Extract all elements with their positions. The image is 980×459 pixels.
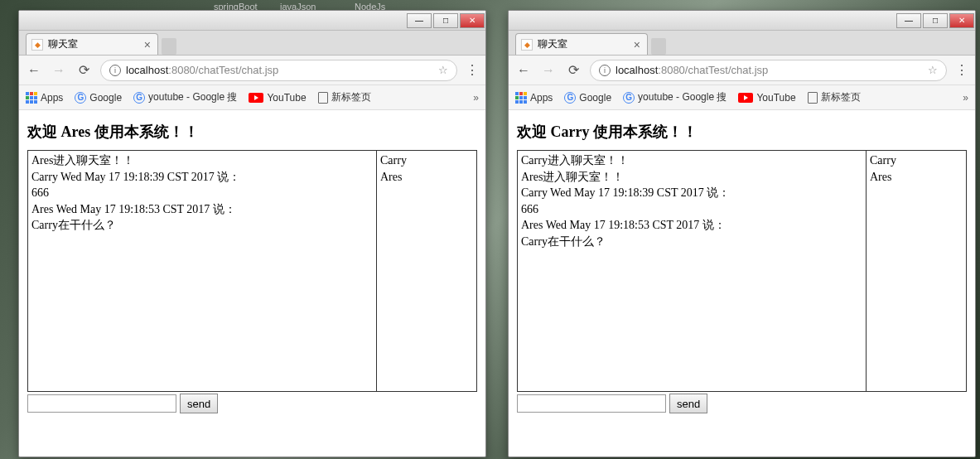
url-host: localhost: [616, 64, 658, 76]
google-g-icon: G: [623, 92, 635, 104]
reload-button[interactable]: ⟳: [565, 62, 582, 79]
minimize-button[interactable]: —: [407, 13, 432, 28]
maximize-button[interactable]: □: [433, 13, 458, 28]
close-button[interactable]: ✕: [460, 13, 485, 28]
address-bar[interactable]: i localhost:8080/chatTest/chat.jsp ☆: [590, 60, 947, 81]
window-titlebar[interactable]: — □ ✕: [509, 11, 975, 31]
bookmark-label: Google: [579, 92, 611, 104]
user-list-panel: Carry Ares: [867, 151, 966, 391]
address-bar[interactable]: i localhost:8080/chatTest/chat.jsp ☆: [100, 60, 457, 81]
user-list-item: Ares: [380, 169, 473, 186]
bookmark-google[interactable]: GGoogle: [75, 92, 122, 104]
back-button[interactable]: ←: [515, 62, 532, 79]
address-bar-row: ← → ⟳ i localhost:8080/chatTest/chat.jsp…: [509, 56, 975, 85]
user-list-panel: Carry Ares: [377, 151, 476, 391]
user-list-item: Carry: [870, 152, 963, 169]
chat-input-row: send: [517, 394, 967, 413]
chat-line: Ares进入聊天室！！: [521, 169, 862, 186]
tab-title: 聊天室: [48, 37, 78, 51]
close-button[interactable]: ✕: [949, 13, 974, 28]
youtube-icon: [738, 93, 753, 103]
google-g-icon: G: [133, 92, 145, 104]
tab-close-icon[interactable]: ×: [144, 38, 151, 51]
message-input[interactable]: [27, 394, 176, 413]
bookmark-google[interactable]: GGoogle: [564, 92, 611, 104]
bookmark-label: 新标签页: [821, 90, 861, 104]
bookmark-label: 新标签页: [331, 90, 371, 104]
chat-layout: Ares进入聊天室！！ Carry Wed May 17 19:18:39 CS…: [27, 150, 477, 392]
chat-messages-panel: Carry进入聊天室！！ Ares进入聊天室！！ Carry Wed May 1…: [518, 151, 867, 391]
chat-line: Carry Wed May 17 19:18:39 CST 2017 说：: [31, 169, 373, 186]
chat-line: Carry Wed May 17 19:18:39 CST 2017 说：: [521, 185, 862, 201]
chat-line: Ares进入聊天室！！: [31, 152, 373, 169]
apps-label: Apps: [530, 92, 553, 104]
chat-line: Ares Wed May 17 19:18:53 CST 2017 说：: [31, 201, 373, 218]
user-list-item: Carry: [380, 152, 473, 169]
send-button[interactable]: send: [669, 394, 707, 413]
address-bar-row: ← → ⟳ i localhost:8080/chatTest/chat.jsp…: [19, 56, 485, 85]
document-icon: [318, 92, 328, 104]
chat-line: Ares Wed May 17 19:18:53 CST 2017 说：: [521, 217, 862, 234]
bookmark-youtube-search[interactable]: Gyoutube - Google 搜: [133, 90, 237, 104]
maximize-button[interactable]: □: [923, 13, 948, 28]
minimize-button[interactable]: —: [896, 13, 921, 28]
chat-layout: Carry进入聊天室！！ Ares进入聊天室！！ Carry Wed May 1…: [517, 150, 967, 392]
window-titlebar[interactable]: — □ ✕: [19, 11, 485, 31]
bookmark-label: youtube - Google 搜: [148, 90, 237, 104]
chat-line: 666: [31, 185, 373, 201]
welcome-heading: 欢迎 Ares 使用本系统！！: [27, 122, 477, 142]
page-favicon: ◆: [521, 39, 533, 51]
chat-line: Carry在干什么？: [521, 234, 862, 250]
bookmark-label: Google: [89, 92, 122, 104]
browser-tabbar: ◆ 聊天室 ×: [19, 31, 485, 56]
page-content: 欢迎 Ares 使用本系统！！ Ares进入聊天室！！ Carry Wed Ma…: [19, 110, 485, 422]
bookmarks-bar: Apps GGoogle Gyoutube - Google 搜 YouTube…: [19, 85, 485, 110]
bookmark-newtab[interactable]: 新标签页: [808, 90, 861, 104]
browser-menu-icon[interactable]: ⋮: [466, 62, 479, 78]
tab-title: 聊天室: [538, 37, 567, 51]
bookmark-label: YouTube: [267, 92, 306, 104]
bookmark-youtube-search[interactable]: Gyoutube - Google 搜: [623, 90, 727, 104]
url-path: /chatTest/chat.jsp: [685, 64, 768, 76]
forward-button[interactable]: →: [540, 62, 557, 79]
google-g-icon: G: [564, 92, 576, 104]
browser-tab-active[interactable]: ◆ 聊天室 ×: [515, 33, 648, 55]
browser-tab-active[interactable]: ◆ 聊天室 ×: [26, 33, 158, 55]
chat-input-row: send: [27, 394, 477, 413]
apps-grid-icon: [515, 92, 527, 104]
bookmark-star-icon[interactable]: ☆: [438, 64, 448, 76]
message-input[interactable]: [517, 394, 666, 413]
chat-line: Carry在干什么？: [31, 217, 373, 234]
bookmark-label: YouTube: [756, 92, 795, 104]
apps-button[interactable]: Apps: [26, 92, 63, 104]
site-info-icon[interactable]: i: [599, 65, 611, 76]
apps-label: Apps: [41, 92, 63, 104]
browser-window-right: — □ ✕ ◆ 聊天室 × ← → ⟳ i localhost:8080/cha…: [508, 10, 976, 457]
site-info-icon[interactable]: i: [109, 65, 121, 76]
bookmark-overflow[interactable]: »: [963, 92, 968, 104]
chat-messages-panel: Ares进入聊天室！！ Carry Wed May 17 19:18:39 CS…: [28, 151, 377, 391]
bookmark-youtube[interactable]: YouTube: [738, 92, 795, 104]
url-path: /chatTest/chat.jsp: [196, 64, 278, 76]
reload-button[interactable]: ⟳: [75, 62, 92, 79]
bookmarks-bar: Apps GGoogle Gyoutube - Google 搜 YouTube…: [509, 85, 975, 110]
chat-line: 666: [521, 201, 862, 218]
back-button[interactable]: ←: [26, 62, 42, 79]
browser-menu-icon[interactable]: ⋮: [955, 62, 968, 78]
bookmark-star-icon[interactable]: ☆: [928, 64, 938, 76]
url-host: localhost: [126, 64, 168, 76]
bookmark-newtab[interactable]: 新标签页: [318, 90, 371, 104]
forward-button[interactable]: →: [51, 62, 67, 79]
new-tab-button[interactable]: [651, 38, 666, 55]
page-favicon: ◆: [31, 39, 43, 51]
bookmark-overflow[interactable]: »: [473, 92, 479, 104]
welcome-heading: 欢迎 Carry 使用本系统！！: [517, 122, 967, 142]
document-icon: [808, 92, 818, 104]
apps-button[interactable]: Apps: [515, 92, 553, 104]
tab-close-icon[interactable]: ×: [634, 38, 640, 51]
new-tab-button[interactable]: [162, 38, 176, 55]
bookmark-label: youtube - Google 搜: [638, 90, 727, 104]
url-port: :8080: [658, 64, 685, 76]
bookmark-youtube[interactable]: YouTube: [249, 92, 306, 104]
send-button[interactable]: send: [180, 394, 218, 413]
